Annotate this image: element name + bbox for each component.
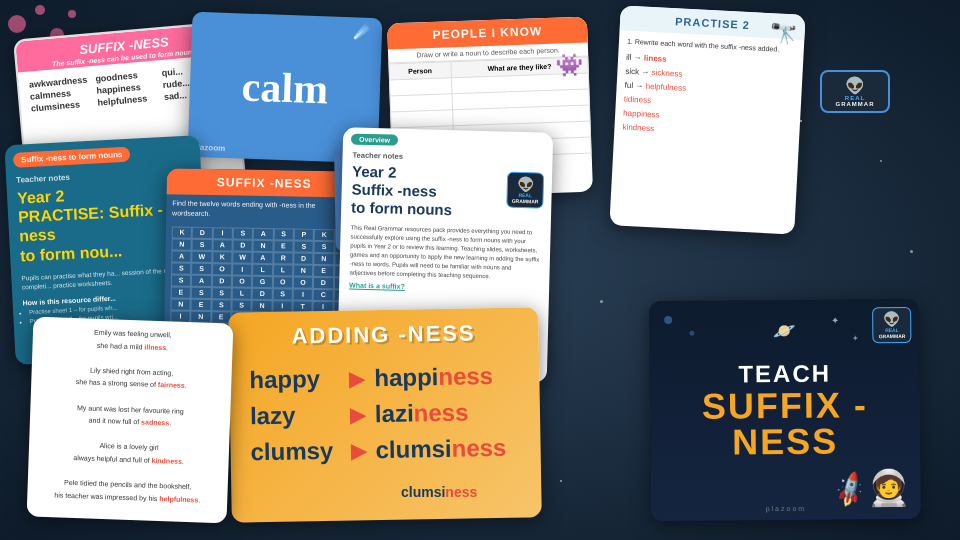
- card-adding: ADDING -NESS happy ▶ happiness lazy ▶ la…: [228, 307, 542, 522]
- teach-brand: plazoom: [766, 505, 807, 512]
- adding-row-clumsy: clumsy ▶ clumsiness: [230, 429, 541, 470]
- base-lazy: lazy: [250, 401, 340, 431]
- decor-dot-2: [35, 5, 45, 15]
- practise2-title: PRACTISE 2: [675, 15, 750, 31]
- rg-alien-icon: 👽: [845, 76, 865, 95]
- adding-header: ADDING -NESS: [228, 307, 539, 362]
- decor-dot-1: [8, 15, 26, 33]
- wordsearch-header: SUFFIX -NESS: [166, 168, 361, 197]
- rg-badge-teach: 👽 REAL GRAMMAR: [872, 307, 911, 343]
- teacher-left-pill: Suffix -ness to form nouns: [13, 147, 131, 168]
- overview-body: This Real Grammar resources pack provide…: [339, 219, 551, 286]
- card-practise2: PRACTISE 2 1. Rewrite each word with the…: [609, 5, 805, 234]
- card-teach: 🪐 🧑‍🚀 🚀 ✦ ✦ TEACH SUFFIX -NESS plazoom 👽…: [649, 299, 921, 521]
- teach-suffix-label: SUFFIX -NESS: [670, 387, 901, 461]
- alien-decor: 👾: [555, 52, 583, 79]
- base-happy: happy: [249, 365, 339, 395]
- base-clumsy: clumsy: [250, 437, 340, 467]
- arrow-2: ▶: [350, 402, 365, 426]
- clumsiness-suffix: ness: [445, 484, 477, 500]
- overview-pill: Overview: [351, 134, 398, 146]
- adding-row-happy: happy ▶ happiness: [229, 357, 540, 398]
- result-happiness: happiness: [374, 362, 493, 392]
- calm-word: calm: [241, 62, 329, 113]
- arrow-3: ▶: [350, 438, 365, 462]
- rg-label-2: GRAMMAR: [836, 101, 875, 107]
- people-bl-content: Emily was feeling unwell, she had a mild…: [27, 317, 234, 524]
- practise2-words: ill → liness sick → sickness ful → helpf…: [622, 51, 795, 142]
- arrow-1: ▶: [349, 366, 364, 390]
- comet-decor: ☄️: [353, 23, 371, 40]
- result-clumsiness: clumsiness: [375, 434, 506, 464]
- rg-badge-overview: 👽 REAL GRAMMAR: [507, 172, 545, 209]
- card-people-bottom-left: Emily was feeling unwell, she had a mild…: [27, 317, 234, 524]
- real-grammar-badge-top: 👽 REAL GRAMMAR: [820, 70, 890, 113]
- main-scene: SUFFIX -NESS The suffix -ness can be use…: [0, 0, 960, 540]
- result-laziness: laziness: [375, 399, 469, 429]
- adding-row-lazy: lazy ▶ laziness: [230, 393, 541, 434]
- wordsearch-instruction: Find the twelve words ending with -ness …: [166, 194, 361, 225]
- decor-dot-4: [68, 10, 76, 18]
- clumsiness-label: clumsiness: [401, 484, 477, 500]
- telescope-icon-2: 🔭: [769, 17, 801, 48]
- practise2-content: 1. Rewrite each word with the suffix -ne…: [614, 30, 805, 150]
